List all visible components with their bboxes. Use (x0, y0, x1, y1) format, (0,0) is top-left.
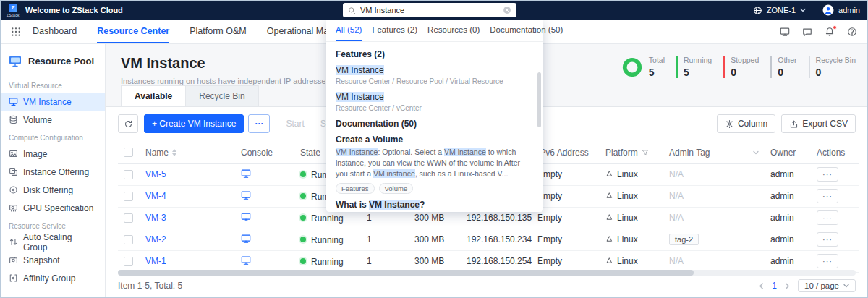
ipv6-value: Empty (537, 256, 562, 266)
search-result-tabs: All (52) Features (2) Resources (0) Docu… (326, 20, 543, 42)
current-page[interactable]: 1 (772, 281, 777, 291)
row-actions-button[interactable]: ··· (817, 210, 838, 225)
sidebar-item-vm-instance[interactable]: VM Instance (1, 93, 105, 111)
doc-tag: Features (336, 183, 375, 194)
console-icon[interactable] (241, 255, 251, 265)
vm-name-link[interactable]: VM-5 (145, 169, 166, 179)
row-checkbox[interactable] (124, 257, 133, 266)
message-icon[interactable] (802, 27, 812, 37)
start-button[interactable]: Start (286, 119, 304, 129)
state-running-dot (300, 258, 306, 264)
row-checkbox[interactable] (124, 213, 133, 223)
vm-name-link[interactable]: VM-4 (145, 191, 166, 201)
export-csv-button[interactable]: Export CSV (781, 114, 856, 133)
state-running-dot (300, 193, 306, 199)
chevron-down-icon[interactable] (800, 7, 806, 13)
refresh-icon (124, 119, 133, 129)
notification-bell[interactable] (825, 27, 835, 37)
page-size-select[interactable]: 10 / page (798, 279, 856, 292)
nav-item-resource-center[interactable]: Resource Center (97, 20, 169, 43)
volume-icon (9, 115, 18, 124)
table-row: VM-1 Running 1 300 MB 192.168.150.254 Em… (118, 250, 859, 272)
row-actions-button[interactable]: ··· (817, 254, 838, 268)
row-actions-button[interactable]: ··· (817, 232, 838, 247)
sidebar-item-affinity-group[interactable]: Affinity Group (1, 269, 105, 287)
stat-value: 5 (684, 67, 712, 78)
linux-icon (605, 170, 613, 178)
stat-value: 0 (778, 67, 796, 78)
vm-name-link[interactable]: VM-2 (145, 234, 166, 244)
console-icon[interactable] (241, 212, 251, 222)
sidebar-item-image[interactable]: Image (1, 145, 105, 163)
nav-item-platform-om[interactable]: Platform O&M (190, 20, 247, 43)
row-actions-button[interactable]: ··· (817, 189, 838, 203)
search-tab-features[interactable]: Features (2) (372, 20, 417, 41)
next-page-icon[interactable] (784, 283, 791, 289)
tab-recycle-bin[interactable]: Recycle Bin (186, 85, 258, 106)
search-tab-resources[interactable]: Resources (0) (427, 20, 480, 41)
doc-tag: Volume (379, 183, 414, 194)
clear-search-icon[interactable] (503, 6, 511, 14)
sidebar-item-gpu-specification[interactable]: GPU Specification (1, 199, 105, 217)
search-result-feature[interactable]: VM Instance Resource Center / vCenter (336, 92, 534, 112)
chevron-down-icon[interactable] (753, 150, 759, 156)
select-all-checkbox[interactable] (124, 148, 133, 157)
row-checkbox[interactable] (124, 170, 133, 179)
refresh-button[interactable] (118, 114, 138, 133)
filter-icon[interactable] (642, 149, 649, 156)
column-header-name[interactable]: Name (145, 148, 169, 158)
sidebar-item-disk-offering[interactable]: Disk Offering (1, 181, 105, 199)
row-checkbox[interactable] (124, 192, 133, 201)
search-result-doc[interactable]: Create a Volume VM Instance: Optional. S… (336, 135, 534, 194)
console-icon[interactable] (241, 169, 251, 179)
admin-tag-value: N/A (669, 169, 684, 179)
dropdown-scrollbar[interactable] (537, 72, 541, 127)
ip-value: 192.168.150.234 (467, 234, 532, 244)
help-icon[interactable] (847, 27, 857, 37)
row-actions-button[interactable]: ··· (817, 167, 838, 182)
user-menu[interactable]: admin (838, 6, 860, 14)
search-tab-documentation[interactable]: Documentation (50) (490, 20, 563, 41)
cpu-value: 1 (367, 234, 372, 244)
console-icon[interactable] (780, 27, 790, 37)
gpu-icon (9, 203, 18, 213)
search-input[interactable] (360, 6, 498, 14)
navbar-icons (780, 20, 857, 43)
vm-name-link[interactable]: VM-1 (145, 256, 166, 266)
nav-item-dashboard[interactable]: Dashboard (33, 20, 77, 43)
create-vm-instance-button[interactable]: + Create VM Instance (144, 114, 244, 133)
console-icon[interactable] (241, 190, 251, 200)
console-icon[interactable] (241, 234, 251, 244)
sidebar-item-auto-scaling-group[interactable]: Auto Scaling Group (1, 233, 105, 251)
horizontal-scrollbar[interactable] (118, 270, 856, 276)
search-tab-all[interactable]: All (52) (336, 20, 362, 41)
vm-instance-icon (9, 97, 18, 106)
sort-icon[interactable] (172, 149, 176, 156)
search-result-feature[interactable]: VM Instance Resource Center / Resource P… (336, 65, 534, 85)
tab-available[interactable]: Available (121, 85, 186, 106)
stat-label: Stopped (731, 56, 759, 64)
column-header-admin-tag: Admin Tag (669, 148, 710, 158)
more-actions-button[interactable]: ··· (248, 114, 270, 133)
search-result-doc[interactable]: What is VM Instance? What is VM Instance… (336, 200, 534, 210)
global-search[interactable] (343, 3, 516, 17)
vm-stats: Total 5 Running 5 Stopped 0 Other 0 Recy… (621, 56, 856, 78)
sidebar-item-instance-offering[interactable]: Instance Offering (1, 163, 105, 181)
zone-selector[interactable]: ZONE-1 (767, 6, 796, 14)
prev-page-icon[interactable] (758, 283, 765, 289)
sidebar-item-label: Snapshot (23, 255, 60, 265)
vm-name-link[interactable]: VM-3 (145, 213, 166, 223)
sidebar-item-snapshot[interactable]: Snapshot (1, 251, 105, 269)
zstack-logo: Z ZStack (7, 4, 20, 17)
column-button[interactable]: Column (717, 114, 775, 133)
doc-snippet: VM Instance: Optional. Select a VM insta… (336, 147, 534, 179)
owner-value: admin (770, 213, 794, 223)
state-running-dot (300, 171, 306, 177)
row-checkbox[interactable] (124, 235, 133, 244)
app-grid-icon[interactable] (11, 27, 21, 37)
ipv6-value: Empty (537, 213, 562, 223)
user-avatar[interactable] (822, 4, 834, 16)
sidebar-item-volume[interactable]: Volume (1, 111, 105, 129)
scrollbar-thumb[interactable] (118, 270, 694, 276)
stat-label: Running (684, 56, 712, 64)
